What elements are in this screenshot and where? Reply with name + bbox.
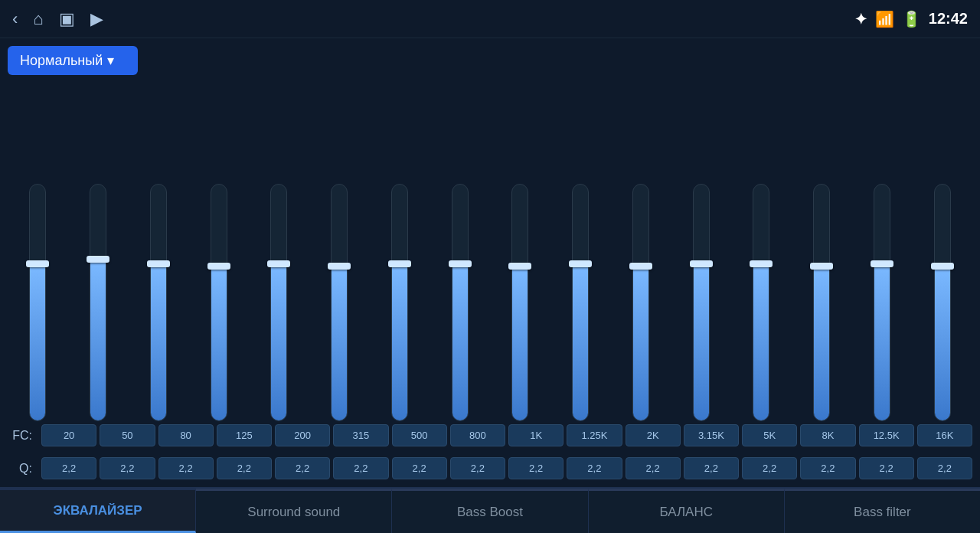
forward-button[interactable]: ▶ xyxy=(90,9,103,29)
slider-0[interactable] xyxy=(8,184,68,421)
preset-label: Нормальный xyxy=(20,53,103,69)
slider-11[interactable] xyxy=(671,184,731,421)
slider-thumb-0[interactable] xyxy=(26,260,49,267)
q-button-8[interactable]: 2,2 xyxy=(508,457,564,479)
battery-icon: 🔋 xyxy=(902,10,921,28)
q-button-10[interactable]: 2,2 xyxy=(626,457,681,479)
fc-button-6[interactable]: 500 xyxy=(392,424,447,446)
q-button-12[interactable]: 2,2 xyxy=(742,457,797,479)
main-content: Нормальный ▾ FC: 2050801252003155008001K… xyxy=(0,38,980,487)
slider-14[interactable] xyxy=(852,184,913,421)
q-button-15[interactable]: 2,2 xyxy=(917,457,972,479)
slider-thumb-15[interactable] xyxy=(931,263,954,270)
slider-thumb-3[interactable] xyxy=(207,263,230,270)
eq-area: FC: 2050801252003155008001K1.25K2K3.15K5… xyxy=(8,83,972,487)
fc-button-8[interactable]: 1K xyxy=(508,424,564,446)
slider-10[interactable] xyxy=(611,184,671,421)
q-button-3[interactable]: 2,2 xyxy=(217,457,272,479)
tab-bar: ЭКВАЛАЙЗЕРSurround soundBass BoostБАЛАНС… xyxy=(0,487,980,533)
preset-button[interactable]: Нормальный ▾ xyxy=(8,46,138,75)
slider-thumb-9[interactable] xyxy=(569,260,592,267)
nav-controls: ‹ ⌂ ▣ ▶ xyxy=(12,9,103,29)
fc-button-0[interactable]: 20 xyxy=(41,424,96,446)
fc-buttons: 2050801252003155008001K1.25K2K3.15K5K8K1… xyxy=(41,424,972,446)
q-button-0[interactable]: 2,2 xyxy=(41,457,96,479)
slider-8[interactable] xyxy=(490,184,550,421)
q-button-5[interactable]: 2,2 xyxy=(333,457,388,479)
slider-6[interactable] xyxy=(370,184,430,421)
tab-eq[interactable]: ЭКВАЛАЙЗЕР xyxy=(0,489,196,533)
slider-13[interactable] xyxy=(792,184,852,421)
tab-surround[interactable]: Surround sound xyxy=(196,489,392,533)
bluetooth-icon: ✦ xyxy=(854,10,867,28)
slider-thumb-2[interactable] xyxy=(147,260,170,267)
slider-thumb-8[interactable] xyxy=(508,263,531,270)
q-button-2[interactable]: 2,2 xyxy=(158,457,214,479)
slider-5[interactable] xyxy=(309,184,370,421)
fc-button-10[interactable]: 2K xyxy=(626,424,681,446)
slider-4[interactable] xyxy=(249,184,309,421)
fc-button-13[interactable]: 8K xyxy=(800,424,855,446)
slider-7[interactable] xyxy=(430,184,490,421)
slider-thumb-10[interactable] xyxy=(629,263,652,270)
slider-thumb-4[interactable] xyxy=(267,260,290,267)
fc-button-3[interactable]: 125 xyxy=(217,424,272,446)
dropdown-icon: ▾ xyxy=(107,52,114,69)
fc-button-1[interactable]: 50 xyxy=(100,424,155,446)
back-button[interactable]: ‹ xyxy=(12,9,18,29)
fc-button-2[interactable]: 80 xyxy=(158,424,214,446)
slider-thumb-13[interactable] xyxy=(810,263,833,270)
slider-2[interactable] xyxy=(129,184,189,421)
fc-button-12[interactable]: 5K xyxy=(742,424,797,446)
rows-area: FC: 2050801252003155008001K1.25K2K3.15K5… xyxy=(8,421,972,487)
fc-button-4[interactable]: 200 xyxy=(275,424,330,446)
wifi-icon: 📶 xyxy=(875,10,894,28)
fc-button-7[interactable]: 800 xyxy=(450,424,505,446)
q-button-13[interactable]: 2,2 xyxy=(800,457,855,479)
slider-1[interactable] xyxy=(68,184,129,421)
slider-thumb-11[interactable] xyxy=(690,260,713,267)
slider-thumb-14[interactable] xyxy=(871,260,893,267)
slider-thumb-12[interactable] xyxy=(750,260,773,267)
slider-thumb-1[interactable] xyxy=(87,256,109,263)
q-button-9[interactable]: 2,2 xyxy=(567,457,622,479)
fc-label: FC: xyxy=(8,429,38,443)
q-button-6[interactable]: 2,2 xyxy=(392,457,447,479)
slider-12[interactable] xyxy=(731,184,792,421)
slider-thumb-5[interactable] xyxy=(328,263,351,270)
q-button-11[interactable]: 2,2 xyxy=(684,457,739,479)
tab-balance[interactable]: БАЛАНС xyxy=(589,489,785,533)
slider-3[interactable] xyxy=(188,184,249,421)
q-button-1[interactable]: 2,2 xyxy=(100,457,155,479)
status-icons: ✦ 📶 🔋 12:42 xyxy=(854,10,968,28)
slider-thumb-7[interactable] xyxy=(449,260,472,267)
fc-row: FC: 2050801252003155008001K1.25K2K3.15K5… xyxy=(8,421,972,450)
q-buttons: 2,22,22,22,22,22,22,22,22,22,22,22,22,22… xyxy=(41,457,972,479)
slider-15[interactable] xyxy=(912,184,972,421)
fc-button-15[interactable]: 16K xyxy=(917,424,972,446)
sliders-container xyxy=(8,83,972,421)
fc-button-14[interactable]: 12.5K xyxy=(859,424,914,446)
q-button-7[interactable]: 2,2 xyxy=(450,457,505,479)
clock: 12:42 xyxy=(929,10,968,28)
home-button[interactable]: ⌂ xyxy=(33,9,43,29)
q-label: Q: xyxy=(8,462,38,476)
q-row: Q: 2,22,22,22,22,22,22,22,22,22,22,22,22… xyxy=(8,454,972,482)
recent-button[interactable]: ▣ xyxy=(59,9,75,29)
fc-button-9[interactable]: 1.25K xyxy=(567,424,622,446)
tab-bassfilter[interactable]: Bass filter xyxy=(785,489,980,533)
slider-9[interactable] xyxy=(550,184,611,421)
tab-bassboost[interactable]: Bass Boost xyxy=(392,489,588,533)
fc-button-11[interactable]: 3.15K xyxy=(684,424,739,446)
q-button-14[interactable]: 2,2 xyxy=(859,457,914,479)
status-bar: ‹ ⌂ ▣ ▶ ✦ 📶 🔋 12:42 xyxy=(0,0,980,38)
slider-thumb-6[interactable] xyxy=(388,260,411,267)
fc-button-5[interactable]: 315 xyxy=(333,424,388,446)
q-button-4[interactable]: 2,2 xyxy=(275,457,330,479)
